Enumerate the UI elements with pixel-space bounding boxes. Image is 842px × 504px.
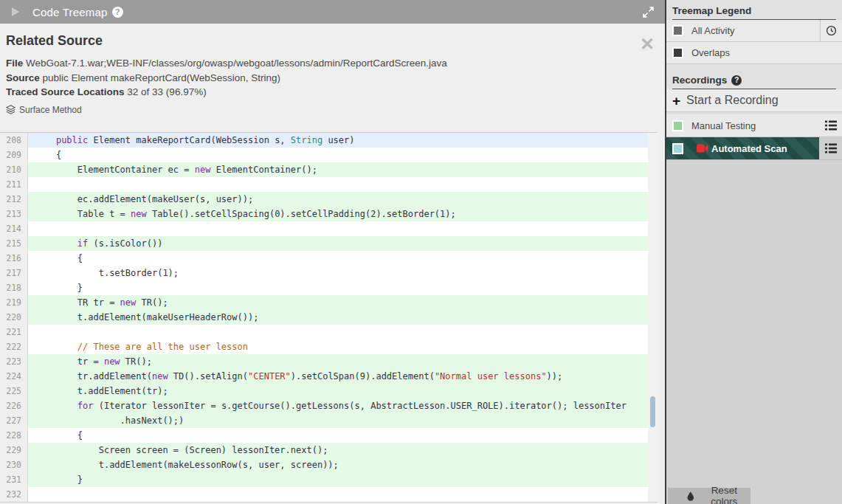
- code-text: Screen screen = (Screen) lessonIter.next…: [28, 443, 648, 458]
- code-text: [28, 487, 648, 502]
- code-line: 231 }: [0, 472, 648, 487]
- code-line: 230 t.addElement(makeLessonRow(s, user, …: [0, 458, 648, 472]
- clock-icon[interactable]: [820, 20, 842, 41]
- code-line: 216 {: [0, 251, 648, 266]
- legend-label: Overlaps: [691, 47, 730, 58]
- code-text: .hasNext();): [28, 413, 648, 428]
- code-text: if (s.isColor()): [28, 236, 648, 251]
- code-line: 225 t.addElement(tr);: [0, 384, 648, 398]
- collapse-triangle-icon[interactable]: [12, 7, 19, 16]
- source-label: Source: [6, 72, 40, 83]
- code-line: 228 {: [0, 428, 648, 443]
- legend-item-all-activity[interactable]: All Activity: [666, 20, 842, 42]
- code-line: 217 t.setBorder(1);: [0, 266, 648, 280]
- panel-title: Code Treemap: [32, 6, 108, 18]
- line-number: 226: [0, 398, 28, 413]
- code-line: 229 Screen screen = (Screen) lessonIter.…: [0, 443, 648, 458]
- droplet-icon: [687, 491, 694, 501]
- code-line: 221: [0, 325, 648, 339]
- code-line: 226 for (Iterator lessonIter = s.getCour…: [0, 398, 648, 413]
- line-number: 211: [0, 177, 28, 192]
- recording-color-swatch: [672, 120, 683, 131]
- line-number: 228: [0, 428, 28, 443]
- help-icon[interactable]: ?: [112, 7, 123, 18]
- line-number: 221: [0, 325, 28, 339]
- code-text: [28, 221, 648, 236]
- code-text: public Element makeReportCard(WebSession…: [28, 133, 648, 148]
- code-text: Table t = new Table().setCellSpacing(0).…: [28, 207, 648, 221]
- code-viewer: 208 public Element makeReportCard(WebSes…: [0, 132, 658, 503]
- code-line: 218 }: [0, 280, 648, 295]
- source-info: File WebGoat-7.1.war;WEB-INF/classes/org…: [0, 49, 665, 100]
- line-number: 227: [0, 413, 28, 428]
- scrollbar-thumb[interactable]: [650, 396, 655, 427]
- code-text: TR tr = new TR();: [28, 295, 648, 310]
- file-label: File: [6, 58, 23, 69]
- line-number: 220: [0, 310, 28, 325]
- line-number: 218: [0, 280, 28, 295]
- reset-colors-button[interactable]: Reset colors: [668, 488, 750, 504]
- line-number: 214: [0, 221, 28, 236]
- code-treemap-panel: Code Treemap ? ✕ Related Source File Web…: [0, 0, 665, 504]
- recording-label: Automated Scan: [711, 143, 787, 154]
- line-number: 217: [0, 266, 28, 280]
- recordings-title: Recordings: [672, 75, 727, 86]
- recording-menu-icon[interactable]: [819, 143, 842, 153]
- color-swatch: [672, 47, 683, 58]
- code-text: for (Iterator lessonIter = s.getCourse()…: [28, 398, 648, 413]
- source-line: Source public Element makeReportCard(Web…: [6, 71, 665, 86]
- legend-rows: All ActivityOverlaps: [666, 20, 842, 64]
- code-line: 208 public Element makeReportCard(WebSes…: [0, 133, 648, 148]
- file-value: WebGoat-7.1.war;WEB-INF/classes/org/owas…: [26, 58, 447, 69]
- code-line: 227 .hasNext();): [0, 413, 648, 428]
- line-number: 209: [0, 148, 28, 162]
- line-number: 212: [0, 192, 28, 207]
- related-source-panel: ✕ Related Source File WebGoat-7.1.war;WE…: [0, 24, 665, 504]
- recording-item-automated-scan[interactable]: Automated Scan: [666, 137, 842, 160]
- color-swatch: [672, 25, 683, 36]
- code-text: [28, 325, 648, 339]
- line-number: 225: [0, 384, 28, 398]
- recording-rows: Manual TestingAutomated Scan: [666, 114, 842, 160]
- code-line: 224 tr.addElement(new TD().setAlign("CEN…: [0, 369, 648, 384]
- code-text: tr.addElement(new TD().setAlign("CENTER"…: [28, 369, 648, 384]
- code-scrollbar[interactable]: [648, 133, 658, 502]
- reset-colors-label: Reset colors: [698, 485, 750, 504]
- code-line: 213 Table t = new Table().setCellSpacing…: [0, 207, 648, 221]
- start-recording-button[interactable]: + Start a Recording: [666, 89, 842, 112]
- code-line: 212 ec.addElement(makeUser(s, user));: [0, 192, 648, 207]
- code-text: }: [28, 472, 648, 487]
- recordings-help-icon[interactable]: ?: [731, 75, 742, 86]
- code-line: 222 // These are all the user lesson: [0, 339, 648, 354]
- recording-label: Manual Testing: [691, 120, 756, 131]
- panel-header: Code Treemap ?: [0, 0, 665, 24]
- layers-icon: [6, 105, 15, 114]
- code-line: 209 {: [0, 148, 648, 162]
- recording-item-manual-testing[interactable]: Manual Testing: [666, 114, 842, 137]
- code-line: 219 TR tr = new TR();: [0, 295, 648, 310]
- recording-menu-icon[interactable]: [819, 120, 842, 131]
- code-text: [28, 177, 648, 192]
- code-text: ec.addElement(makeUser(s, user));: [28, 192, 648, 207]
- line-number: 210: [0, 162, 28, 177]
- code-text: t.addElement(makeLessonRow(s, user, scre…: [28, 458, 648, 472]
- recording-camera-icon: [697, 144, 708, 153]
- code-lines: 208 public Element makeReportCard(WebSes…: [0, 133, 648, 502]
- line-number: 231: [0, 472, 28, 487]
- traced-value: 32 of 33 (96.97%): [127, 86, 206, 97]
- line-number: 208: [0, 133, 28, 148]
- code-text: t.addElement(makeUserHeaderRow());: [28, 310, 648, 325]
- legend-item-overlaps[interactable]: Overlaps: [666, 42, 842, 64]
- treemap-legend-heading: Treemap Legend: [672, 0, 836, 20]
- line-number: 230: [0, 458, 28, 472]
- code-line: 220 t.addElement(makeUserHeaderRow());: [0, 310, 648, 325]
- line-number: 232: [0, 487, 28, 502]
- expand-icon[interactable]: [642, 6, 655, 18]
- recordings-heading: Recordings ?: [672, 69, 836, 89]
- line-number: 223: [0, 354, 28, 369]
- close-icon[interactable]: ✕: [640, 35, 655, 53]
- code-text: }: [28, 280, 648, 295]
- line-number: 229: [0, 443, 28, 458]
- plus-icon: +: [672, 94, 680, 108]
- code-line: 214: [0, 221, 648, 236]
